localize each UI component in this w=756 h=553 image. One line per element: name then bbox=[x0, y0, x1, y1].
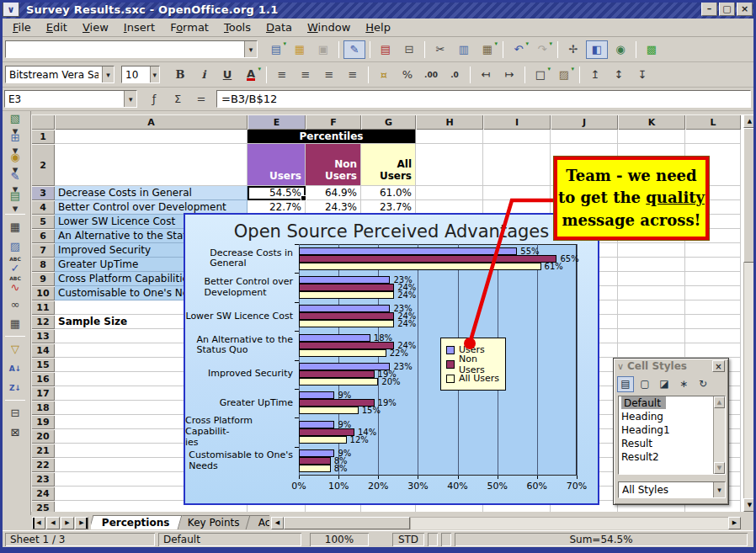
cell[interactable] bbox=[416, 186, 483, 200]
navigator-icon[interactable]: ✢ bbox=[562, 40, 584, 59]
align-top-icon[interactable]: ↥ bbox=[584, 66, 606, 84]
find-replace-icon[interactable]: ∞ bbox=[3, 295, 27, 314]
style-item-result2[interactable]: Result2 bbox=[619, 450, 725, 464]
menu-data[interactable]: Data bbox=[258, 19, 300, 35]
group-icon[interactable]: ⊟ bbox=[3, 403, 27, 423]
status-selection-mode[interactable]: STD bbox=[392, 533, 424, 546]
sheet-tab-perceptions[interactable]: Perceptions bbox=[91, 515, 183, 529]
minimize-button[interactable]: – bbox=[701, 2, 717, 16]
cell[interactable] bbox=[618, 130, 685, 144]
row-header-7[interactable]: 7 bbox=[31, 243, 55, 258]
cell[interactable] bbox=[618, 300, 685, 315]
select-all-corner[interactable] bbox=[31, 114, 55, 130]
styles-list[interactable]: ▲ ▼ DefaultHeadingHeading1ResultResult2 bbox=[618, 396, 726, 475]
cell[interactable] bbox=[685, 286, 741, 300]
increase-indent-icon[interactable]: ↦ bbox=[498, 66, 520, 84]
menu-insert[interactable]: Insert bbox=[116, 19, 162, 35]
equals-icon[interactable]: = bbox=[190, 90, 212, 109]
cell[interactable] bbox=[551, 130, 618, 144]
row-header-11[interactable]: 11 bbox=[31, 300, 55, 315]
menu-edit[interactable]: Edit bbox=[39, 19, 75, 35]
export-pdf-icon[interactable]: ▤ bbox=[375, 40, 397, 59]
merged-header-cell[interactable]: Percentiles bbox=[248, 130, 416, 144]
align-center-vertical-icon[interactable]: ↕ bbox=[608, 66, 630, 84]
name-box-dropdown-icon[interactable]: ▾ bbox=[124, 91, 136, 107]
add-decimal-icon[interactable]: .00 bbox=[420, 66, 442, 84]
page-styles-view-icon[interactable]: ▢ bbox=[636, 376, 653, 392]
vertical-scroll-thumb[interactable] bbox=[743, 128, 756, 263]
chart[interactable]: Open Source Perceived Advantages 0%10%20… bbox=[184, 213, 599, 505]
row-header-9[interactable]: 9 bbox=[31, 272, 55, 286]
title-bar[interactable]: ∨ Survey Results.sxc - OpenOffice.org 1.… bbox=[0, 0, 756, 19]
callout-note[interactable]: Team - we need to get the quality messag… bbox=[554, 157, 709, 240]
cell[interactable] bbox=[483, 130, 551, 144]
row-header-25[interactable]: 25 bbox=[31, 501, 55, 512]
bold-icon[interactable]: B bbox=[169, 66, 191, 84]
cell[interactable] bbox=[416, 144, 483, 186]
style-filter-dropdown-icon[interactable]: ▾ bbox=[713, 482, 725, 497]
url-combobox[interactable]: ▾ bbox=[5, 40, 258, 58]
hyperlink-icon[interactable]: ◉ bbox=[610, 40, 631, 59]
cut-icon[interactable]: ✂ bbox=[429, 40, 451, 59]
styles-scroll-up-icon[interactable]: ▲ bbox=[714, 396, 725, 408]
menu-file[interactable]: File bbox=[5, 19, 39, 35]
new-style-from-selection-icon[interactable]: ∗ bbox=[675, 376, 692, 392]
style-item-heading1[interactable]: Heading1 bbox=[619, 423, 725, 437]
update-style-icon[interactable]: ↻ bbox=[695, 376, 711, 392]
first-sheet-icon[interactable]: ◀ bbox=[32, 517, 45, 529]
font-name-dropdown-icon[interactable]: ▾ bbox=[102, 66, 114, 82]
cell[interactable] bbox=[416, 130, 483, 144]
percent-icon[interactable]: % bbox=[397, 66, 418, 84]
font-size-combobox[interactable]: ▾ bbox=[121, 66, 160, 83]
redo-icon[interactable]: ↷▾ bbox=[531, 40, 553, 59]
row-header-17[interactable]: 17 bbox=[31, 386, 55, 401]
fill-format-mode-icon[interactable]: ◪ bbox=[656, 376, 673, 392]
menu-tools[interactable]: Tools bbox=[216, 19, 258, 35]
data-sources-icon[interactable]: ▦ bbox=[3, 314, 27, 333]
horizontal-scrollbar[interactable]: ◀ ▶ bbox=[271, 517, 741, 529]
series-header-cell[interactable]: All Users bbox=[361, 144, 416, 186]
name-box[interactable]: ▾ bbox=[4, 90, 137, 108]
sort-ascending-icon[interactable]: A↓ bbox=[3, 359, 27, 378]
status-page-style[interactable]: Default bbox=[158, 533, 301, 546]
gallery-icon[interactable]: ▩ bbox=[641, 40, 663, 59]
scroll-up-icon[interactable]: ▲ bbox=[743, 114, 756, 128]
row-header-14[interactable]: 14 bbox=[31, 343, 55, 358]
justify-icon[interactable]: ≡ bbox=[342, 66, 364, 84]
cell[interactable] bbox=[685, 272, 741, 286]
menu-format[interactable]: Format bbox=[162, 19, 216, 35]
function-wizard-icon[interactable]: ƒ bbox=[143, 90, 165, 109]
cell[interactable] bbox=[483, 186, 551, 200]
column-header-L[interactable]: L bbox=[685, 114, 741, 130]
cell[interactable] bbox=[685, 243, 741, 258]
cell[interactable] bbox=[618, 329, 685, 343]
row-header-16[interactable]: 16 bbox=[31, 372, 55, 386]
align-left-icon[interactable]: ≡ bbox=[271, 66, 293, 84]
stylist-icon[interactable]: ◧ bbox=[586, 40, 608, 59]
url-dropdown-icon[interactable]: ▾ bbox=[244, 41, 257, 57]
row-header-21[interactable]: 21 bbox=[31, 444, 55, 458]
new-document-icon[interactable]: ▤▾ bbox=[265, 40, 287, 59]
scroll-left-icon[interactable]: ◀ bbox=[271, 517, 284, 529]
undo-icon[interactable]: ↶▾ bbox=[508, 40, 530, 59]
underline-icon[interactable]: U bbox=[216, 66, 238, 84]
status-modified-flag[interactable] bbox=[441, 533, 451, 546]
cell[interactable] bbox=[685, 329, 741, 343]
delete-decimal-icon[interactable]: .0 bbox=[444, 66, 466, 84]
borders-icon[interactable]: □▾ bbox=[530, 66, 551, 84]
cell-reference-input[interactable] bbox=[5, 91, 124, 107]
column-header-F[interactable]: F bbox=[306, 114, 361, 130]
cell[interactable] bbox=[685, 130, 741, 144]
style-filter-value[interactable] bbox=[619, 482, 713, 497]
background-color-icon[interactable]: ▨▾ bbox=[553, 66, 575, 84]
row-header-24[interactable]: 24 bbox=[31, 487, 55, 501]
cell[interactable] bbox=[685, 315, 741, 329]
url-input[interactable] bbox=[6, 41, 244, 57]
column-header-A[interactable]: A bbox=[55, 114, 248, 130]
autoformat-icon[interactable]: ▦ bbox=[3, 217, 27, 237]
row-header-1[interactable]: 1 bbox=[31, 130, 55, 144]
styles-list-scrollbar[interactable]: ▲ ▼ bbox=[713, 396, 725, 474]
formula-input[interactable] bbox=[216, 90, 751, 108]
last-sheet-icon[interactable]: ▶ bbox=[75, 517, 88, 529]
column-header-H[interactable]: H bbox=[416, 114, 483, 130]
